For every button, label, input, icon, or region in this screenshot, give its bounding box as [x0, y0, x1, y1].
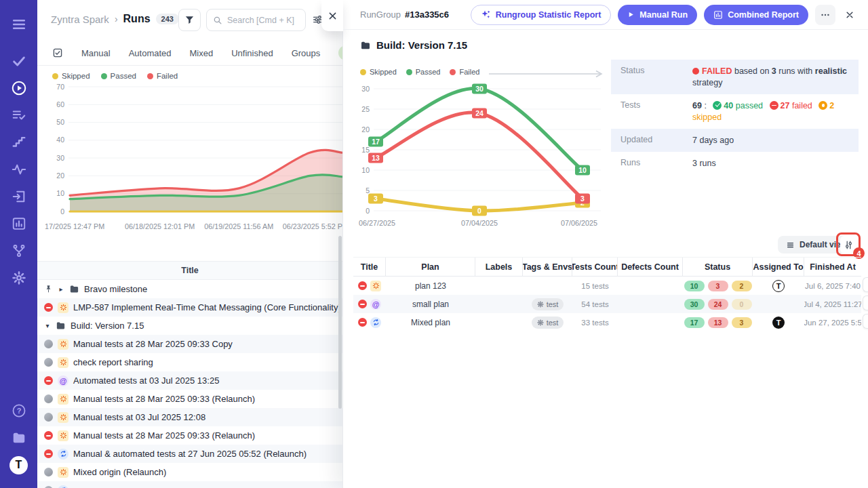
search-input[interactable] — [227, 16, 299, 25]
breadcrumb-page: Runs — [123, 13, 151, 25]
column-header-tests-count[interactable]: Tests Count — [572, 258, 618, 276]
funnel-icon — [184, 15, 195, 25]
legend-item-failed[interactable]: Failed — [147, 72, 178, 80]
sidebar-item-menu[interactable] — [5, 11, 33, 38]
info-label: Updated — [620, 129, 692, 152]
svg-text:17: 17 — [372, 138, 380, 146]
sidebar-item-milestones[interactable] — [5, 129, 33, 156]
run-title: Mixed origin (Relaunch) — [73, 467, 166, 477]
column-header-assigned-to[interactable]: Assigned To — [753, 258, 804, 276]
legend-dot-icon — [450, 69, 456, 75]
run-list-item[interactable]: LMP-587 Implement Real-Time Chat Messagi… — [37, 298, 342, 317]
tab-mixed[interactable]: Mixed — [190, 48, 214, 58]
finished-status-icon — [44, 394, 53, 403]
svg-text:?: ? — [16, 407, 21, 415]
sidebar-item-settings[interactable] — [5, 264, 33, 291]
search-box[interactable] — [206, 9, 306, 31]
sidebar-item-analytics[interactable] — [5, 210, 33, 237]
sidebar-item-tests[interactable] — [5, 47, 33, 75]
run-title: check report sharing — [73, 357, 153, 367]
column-header-defects-count[interactable]: Defects Count — [618, 258, 683, 276]
sidebar-item-plans[interactable] — [5, 102, 33, 129]
manual-run-button[interactable]: Manual Run — [618, 5, 697, 25]
table-cell: test — [523, 313, 572, 331]
svg-text:0: 0 — [366, 207, 370, 215]
svg-text:10: 10 — [578, 166, 587, 174]
sidebar-item-activity[interactable] — [5, 156, 33, 183]
run-list-item[interactable] — [37, 481, 342, 488]
breadcrumb-project[interactable]: Zyntra Spark — [51, 14, 109, 25]
finished-status-icon — [44, 468, 53, 476]
legend-item-passed[interactable]: Passed — [406, 68, 441, 76]
column-header-plan[interactable]: Plan — [386, 258, 475, 276]
legend-item-failed[interactable]: Failed — [450, 68, 479, 76]
sidebar-item-account[interactable]: T — [5, 451, 33, 479]
finished-status-icon — [44, 413, 53, 422]
tests-colon: : — [704, 101, 706, 110]
legend-item-skipped[interactable]: Skipped — [52, 72, 90, 80]
run-list-item[interactable]: Manual tests at 28 Mar 2025 09:33 (Relau… — [37, 426, 342, 445]
caret-down-icon[interactable]: ▾ — [44, 322, 51, 329]
status-count-pill: 3 — [708, 281, 728, 291]
run-list-item[interactable]: Manual tests at 28 Mar 2025 09:33 (Relau… — [37, 390, 342, 408]
table-row[interactable]: plan 12315 tests1032TJul 6, 2025 7:40 — [353, 277, 861, 295]
tab-manual[interactable]: Manual — [81, 48, 111, 58]
row-action-button[interactable] — [863, 314, 868, 329]
row-action-button[interactable] — [863, 277, 868, 292]
run-list-item[interactable]: check report sharing — [37, 353, 342, 371]
panel-close-button[interactable] — [842, 7, 857, 22]
breadcrumb: Zyntra Spark › Runs 243 — [51, 13, 179, 25]
rungroup-statistic-report-button[interactable]: Rungroup Statistic Report — [471, 5, 612, 25]
chart-legend: SkippedPassedFailed — [52, 72, 178, 80]
close-icon — [328, 11, 338, 21]
panel-close-tab[interactable] — [321, 0, 343, 31]
tab-automated[interactable]: Automated — [129, 48, 172, 58]
table-row[interactable]: @small plantest54 tests30240Jul 4, 2025 … — [353, 295, 861, 313]
tab-unfinished[interactable]: Unfinished — [231, 48, 273, 58]
caret-right-icon[interactable]: ▸ — [58, 285, 64, 293]
info-label: Status — [620, 60, 692, 94]
column-header-labels[interactable]: Labels — [475, 258, 523, 276]
svg-text:06/27/2025: 06/27/2025 — [359, 219, 395, 227]
list-check-icon — [12, 108, 26, 123]
column-header-tags-envs[interactable]: Tags & Envs — [523, 258, 572, 276]
sidebar-item-projects[interactable] — [5, 424, 33, 451]
check-icon — [12, 54, 26, 68]
filter-button[interactable] — [178, 9, 201, 31]
row-action-button[interactable] — [863, 296, 868, 310]
legend-item-passed[interactable]: Passed — [101, 72, 136, 80]
tabs-group: ManualAutomatedMixedUnfinishedGroups — [81, 48, 320, 58]
column-header-status[interactable]: Status — [683, 258, 753, 276]
manual-run-icon — [58, 430, 68, 441]
manual-run-icon — [58, 394, 68, 405]
run-list-item[interactable]: Manual & automated tests at 27 Jun 2025 … — [37, 445, 342, 463]
breadcrumb-separator: › — [115, 14, 118, 24]
column-header-title[interactable]: Title — [353, 258, 386, 276]
status-text3: strategy — [692, 78, 722, 87]
combined-report-button[interactable]: Combined Report — [704, 5, 808, 25]
table-cell — [475, 295, 523, 313]
run-list-item[interactable]: Mixed origin (Relaunch) — [37, 463, 342, 481]
rungroup-header: RunGroup #13a335c6 Rungroup Statistic Re… — [343, 0, 868, 30]
sidebar-item-branches[interactable] — [5, 237, 33, 264]
table-row[interactable]: Mixed plantest33 tests17133TJun 27, 2025… — [353, 313, 861, 331]
run-list-item[interactable]: Manual tests at 28 Mar 2025 09:33 Copy — [37, 335, 342, 353]
select-runs-icon[interactable] — [52, 47, 63, 58]
table-cell — [475, 277, 523, 295]
sidebar-item-runs[interactable] — [5, 75, 33, 102]
run-list-item[interactable]: Manual tests at 03 Jul 2025 12:08 — [37, 408, 342, 426]
scrollbar[interactable] — [338, 236, 342, 409]
column-header-finished-at[interactable]: Finished At — [804, 258, 861, 276]
run-list-item[interactable]: ▸Bravo milestone — [37, 280, 342, 298]
more-options-button[interactable] — [815, 5, 835, 25]
failed-status-icon — [358, 281, 367, 290]
run-list-item[interactable]: @Automated tests at 03 Jul 2025 13:25 — [37, 371, 342, 390]
legend-item-skipped[interactable]: Skipped — [360, 68, 397, 76]
tab-groups[interactable]: Groups — [292, 48, 321, 58]
sidebar-item-import[interactable] — [5, 183, 33, 210]
legend-dot-icon — [101, 73, 107, 79]
svg-text:60: 60 — [56, 100, 64, 108]
run-list-item[interactable]: ▾Build: Version 7.15 — [37, 317, 342, 335]
sidebar-item-help[interactable]: ? — [5, 397, 33, 424]
run-title: Manual tests at 28 Mar 2025 09:33 Copy — [73, 339, 233, 349]
